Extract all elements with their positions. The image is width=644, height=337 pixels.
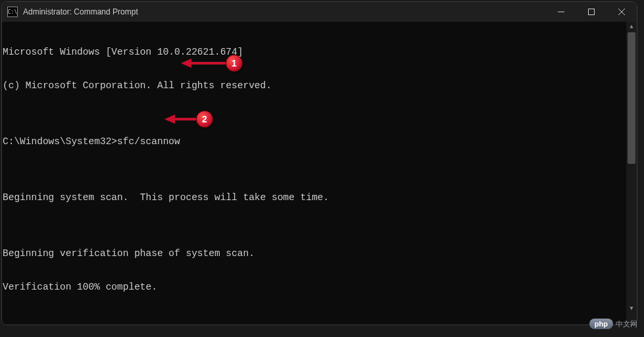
svg-rect-1: [589, 9, 595, 15]
minimize-button[interactable]: [546, 2, 576, 22]
arrow-body: [175, 118, 196, 120]
output-line: Verification 100% complete.: [3, 282, 636, 293]
command-prompt-window: C:\ Administrator: Command Prompt Micros…: [1, 1, 637, 325]
close-button[interactable]: [607, 2, 637, 22]
output-line: Microsoft Windows [Version 10.0.22621.67…: [3, 47, 636, 58]
output-line: (c) Microsoft Corporation. All rights re…: [3, 80, 636, 91]
arrow-body: [191, 62, 226, 65]
watermark: php 中文网: [589, 319, 637, 329]
titlebar[interactable]: C:\ Administrator: Command Prompt: [2, 2, 637, 22]
prompt-command-line: C:\Windows\System32>sfc/scannow: [3, 136, 636, 147]
terminal-output[interactable]: Microsoft Windows [Version 10.0.22621.67…: [2, 22, 637, 324]
step-marker-2: 2: [196, 111, 213, 128]
vertical-scrollbar[interactable]: ▲ ▼: [626, 22, 637, 314]
arrow-head-icon: [164, 115, 175, 124]
watermark-text: 中文网: [616, 319, 637, 329]
arrow-head-icon: [181, 59, 191, 68]
output-line: Beginning verification phase of system s…: [3, 248, 636, 259]
maximize-button[interactable]: [576, 2, 607, 22]
window-controls: [546, 2, 637, 22]
window-title: Administrator: Command Prompt: [23, 7, 546, 16]
output-line: Beginning system scan. This process will…: [3, 192, 636, 203]
app-icon: C:\: [7, 7, 18, 17]
scroll-down-icon[interactable]: ▼: [626, 303, 637, 314]
watermark-badge: php: [589, 319, 613, 329]
scroll-up-icon[interactable]: ▲: [626, 22, 637, 32]
annotation-arrow-2: 2: [164, 111, 213, 128]
scroll-thumb[interactable]: [628, 32, 635, 164]
